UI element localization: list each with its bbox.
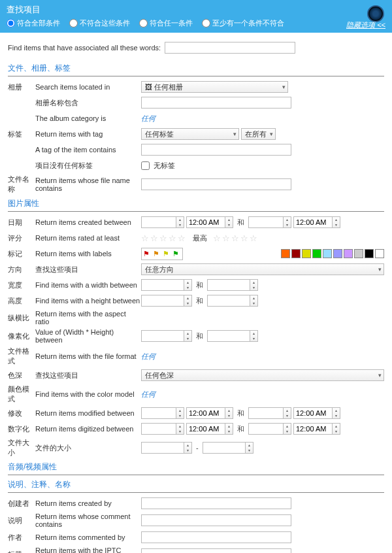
stars-min[interactable]: ☆☆☆☆☆ bbox=[141, 233, 187, 243]
section-files: 文件、相册、标签 bbox=[8, 63, 384, 74]
opt-all[interactable]: 符合全部条件 bbox=[7, 18, 60, 28]
section-image: 图片属性 bbox=[8, 198, 384, 209]
window-title: 查找项目 bbox=[7, 4, 385, 16]
size-max[interactable]: ▴▾ bbox=[203, 442, 253, 454]
headline-input[interactable] bbox=[141, 548, 291, 553]
album-category-link[interactable]: 任何 bbox=[141, 114, 155, 124]
color-swatches[interactable] bbox=[281, 249, 384, 258]
filename-input[interactable] bbox=[141, 178, 291, 190]
mod-time1[interactable]: ▴▾ bbox=[186, 407, 233, 419]
time1-input[interactable]: ▴▾ bbox=[186, 216, 233, 228]
width-min[interactable]: ▴▾ bbox=[141, 279, 192, 291]
colordepth-select[interactable]: 任何色深 bbox=[141, 369, 384, 381]
opt-any[interactable]: 符合任一条件 bbox=[139, 18, 193, 28]
match-options: 符合全部条件 不符合这些条件 符合任一条件 至少有一个条件不符合 bbox=[7, 18, 385, 30]
pixel-max[interactable]: ▴▾ bbox=[207, 330, 258, 342]
mod-date2[interactable]: ▴▾ bbox=[248, 407, 291, 419]
pixel-min[interactable]: ▴▾ bbox=[141, 330, 192, 342]
album-name-input[interactable] bbox=[141, 97, 291, 109]
creator-input[interactable] bbox=[141, 497, 291, 509]
mod-time2[interactable]: ▴▾ bbox=[293, 407, 340, 419]
all-words-label: Find items that have associated all thes… bbox=[8, 44, 161, 52]
dig-time1[interactable]: ▴▾ bbox=[186, 423, 233, 435]
opt-none[interactable]: 不符合这些条件 bbox=[69, 18, 130, 28]
tags-label: 标签 bbox=[8, 129, 35, 139]
colormodel-link[interactable]: 任何 bbox=[141, 390, 155, 399]
album-label: 相册 bbox=[8, 82, 35, 92]
width-max[interactable]: ▴▾ bbox=[207, 279, 258, 291]
date1-input[interactable]: ▴▾ bbox=[141, 216, 184, 228]
tag-select[interactable]: 任何标签 bbox=[141, 128, 239, 140]
size-min[interactable]: ▴▾ bbox=[141, 442, 192, 454]
time2-input[interactable]: ▴▾ bbox=[293, 216, 340, 228]
hide-options-link[interactable]: 隐藏选项 << bbox=[346, 20, 385, 30]
height-min[interactable]: ▴▾ bbox=[141, 295, 192, 307]
mod-date1[interactable]: ▴▾ bbox=[141, 407, 184, 419]
tag-contains-input[interactable] bbox=[141, 144, 291, 156]
format-link[interactable]: 任何 bbox=[141, 352, 155, 361]
orientation-select[interactable]: 任意方向 bbox=[141, 263, 384, 275]
dig-time2[interactable]: ▴▾ bbox=[293, 423, 340, 435]
stars-max[interactable]: ☆☆☆☆☆ bbox=[213, 233, 259, 243]
tag-scope-select[interactable]: 在所有 bbox=[241, 128, 276, 140]
section-caption: 说明、注释、名称 bbox=[8, 479, 384, 490]
height-max[interactable]: ▴▾ bbox=[207, 295, 258, 307]
date2-input[interactable]: ▴▾ bbox=[248, 216, 291, 228]
flags-picker[interactable]: ⚑⚑⚑⚑ bbox=[141, 248, 183, 260]
author-input[interactable] bbox=[141, 531, 291, 543]
header: 查找项目 符合全部条件 不符合这些条件 符合任一条件 至少有一个条件不符合 隐藏… bbox=[0, 0, 392, 33]
album-select[interactable]: 🖾 任何相册 bbox=[141, 81, 288, 93]
comment-input[interactable] bbox=[141, 514, 291, 526]
section-av: 音频/视频属性 bbox=[8, 461, 384, 473]
all-words-input[interactable] bbox=[165, 42, 295, 54]
filename-label: 文件名称 bbox=[8, 175, 35, 194]
dig-date1[interactable]: ▴▾ bbox=[141, 423, 184, 435]
dig-date2[interactable]: ▴▾ bbox=[248, 423, 291, 435]
opt-notall[interactable]: 至少有一个条件不符合 bbox=[202, 18, 284, 28]
notag-check[interactable] bbox=[141, 161, 150, 170]
